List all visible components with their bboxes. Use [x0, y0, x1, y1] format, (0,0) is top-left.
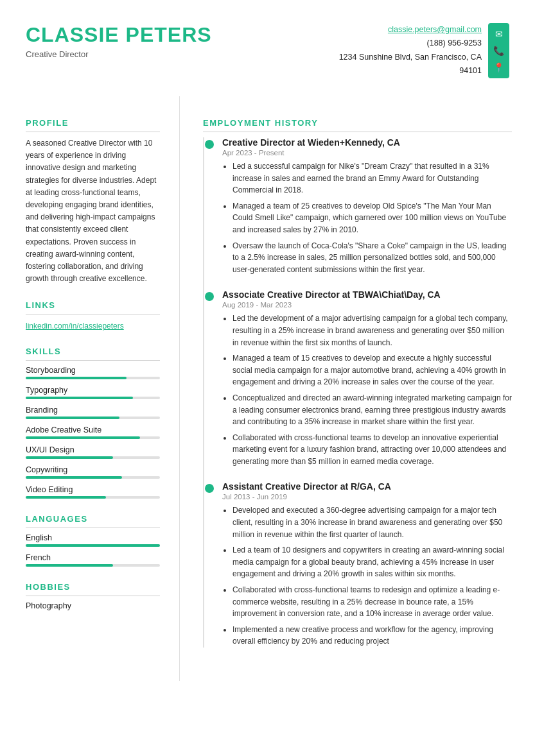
- skill-item: Typography: [26, 386, 160, 399]
- job-dot: [205, 140, 214, 149]
- job-bullet: Implemented a new creative process and w…: [232, 624, 512, 648]
- skill-bar-bg: [26, 476, 160, 479]
- languages-section: LANGUAGES English French: [26, 514, 160, 567]
- profile-title: PROFILE: [26, 118, 160, 132]
- job-bullet: Led a successful campaign for Nike's "Dr…: [232, 160, 512, 196]
- profile-text: A seasoned Creative Director with 10 yea…: [26, 137, 160, 285]
- language-bar-bg: [26, 544, 160, 547]
- links-section: LINKS linkedin.com/in/classiepeters: [26, 300, 160, 331]
- links-title: LINKS: [26, 300, 160, 314]
- skill-item: Storyboarding: [26, 366, 160, 379]
- candidate-title: Creative Director: [26, 49, 212, 59]
- hobby-item: Photography: [26, 601, 160, 610]
- employment-section: EMPLOYMENT HISTORY Creative Director at …: [180, 96, 535, 681]
- job-bullet: Developed and executed a 360-degree adve…: [232, 504, 512, 540]
- skill-bar-bg: [26, 496, 160, 499]
- address: 1234 Sunshine Blvd, San Francisco, CA: [339, 53, 482, 62]
- skill-bar-bg: [26, 417, 160, 419]
- hobbies-title: HOBBIES: [26, 582, 160, 596]
- job-bullet: Managed a team of 25 creatives to develo…: [232, 200, 512, 236]
- job-title: Associate Creative Director at TBWA\Chia…: [222, 289, 512, 300]
- hobbies-section: HOBBIES Photography: [26, 582, 160, 610]
- job-title: Assistant Creative Director at R/GA, CA: [222, 481, 512, 492]
- skills-title: SKILLS: [26, 347, 160, 361]
- language-item: English: [26, 533, 160, 547]
- contact-info: classie.peters@gmail.com (188) 956-9253 …: [339, 23, 482, 78]
- hobbies-list: Photography: [26, 601, 160, 610]
- languages-list: English French: [26, 533, 160, 567]
- job-bullet: Managed a team of 15 creatives to develo…: [232, 352, 512, 388]
- job-bullet: Collaborated with cross-functional teams…: [232, 432, 512, 468]
- job-bullets: Developed and executed a 360-degree adve…: [222, 504, 512, 648]
- job-bullet: Led the development of a major advertisi…: [232, 313, 512, 348]
- skill-name: Typography: [26, 386, 160, 395]
- skill-name: Video Editing: [26, 485, 160, 494]
- skill-item: Branding: [26, 406, 160, 419]
- main-content: PROFILE A seasoned Creative Director wit…: [0, 96, 535, 681]
- job-entry: Creative Director at Wieden+Kennedy, CAA…: [211, 137, 512, 275]
- skills-section: SKILLS Storyboarding Typography Branding…: [26, 347, 160, 499]
- language-bar-fill: [26, 544, 160, 547]
- language-item: French: [26, 553, 160, 567]
- skill-bar-fill: [26, 377, 127, 379]
- language-name: French: [26, 553, 160, 562]
- contact-icons: ✉ 📞 📍: [488, 23, 509, 78]
- skill-bar-fill: [26, 397, 133, 399]
- job-bullet: Led a team of 10 designers and copywrite…: [232, 544, 512, 580]
- header: CLASSIE PETERS Creative Director classie…: [0, 0, 535, 96]
- skill-item: UX/UI Design: [26, 445, 160, 459]
- employment-jobs: Creative Director at Wieden+Kennedy, CAA…: [203, 137, 512, 648]
- job-title: Creative Director at Wieden+Kennedy, CA: [222, 137, 512, 148]
- phone: (188) 956-9253: [427, 39, 482, 47]
- job-bullets: Led a successful campaign for Nike's "Dr…: [222, 160, 512, 275]
- header-right: classie.peters@gmail.com (188) 956-9253 …: [339, 23, 509, 78]
- sidebar: PROFILE A seasoned Creative Director wit…: [0, 96, 180, 681]
- skill-bar-bg: [26, 397, 160, 399]
- skill-item: Adobe Creative Suite: [26, 425, 160, 439]
- candidate-name: CLASSIE PETERS: [26, 23, 212, 47]
- skill-name: Adobe Creative Suite: [26, 425, 160, 434]
- profile-section: PROFILE A seasoned Creative Director wit…: [26, 118, 160, 285]
- skill-name: Branding: [26, 406, 160, 415]
- job-entry: Assistant Creative Director at R/GA, CAJ…: [211, 481, 512, 648]
- skill-bar-fill: [26, 417, 119, 419]
- job-bullets: Led the development of a major advertisi…: [222, 313, 512, 467]
- skill-name: UX/UI Design: [26, 445, 160, 454]
- job-dates: Aug 2019 - Mar 2023: [222, 301, 512, 309]
- skill-bar-bg: [26, 436, 160, 439]
- languages-title: LANGUAGES: [26, 514, 160, 528]
- language-bar-bg: [26, 564, 160, 567]
- skill-bar-fill: [26, 476, 122, 479]
- skill-name: Storyboarding: [26, 366, 160, 375]
- skill-bar-fill: [26, 456, 113, 459]
- language-name: English: [26, 533, 160, 542]
- skill-bar-bg: [26, 377, 160, 379]
- job-dates: Jul 2013 - Jun 2019: [222, 493, 512, 501]
- language-bar-fill: [26, 564, 113, 567]
- header-left: CLASSIE PETERS Creative Director: [26, 23, 212, 59]
- skill-bar-fill: [26, 436, 140, 439]
- linkedin-link[interactable]: linkedin.com/in/classiepeters: [26, 322, 124, 331]
- skill-item: Copywriting: [26, 465, 160, 479]
- phone-icon: 📞: [492, 42, 505, 59]
- skill-item: Video Editing: [26, 485, 160, 499]
- job-bullet: Collaborated with cross-functional teams…: [232, 584, 512, 620]
- skill-name: Copywriting: [26, 465, 160, 474]
- email-link[interactable]: classie.peters@gmail.com: [388, 25, 482, 34]
- job-entry: Associate Creative Director at TBWA\Chia…: [211, 289, 512, 467]
- skill-bar-fill: [26, 496, 106, 499]
- job-dates: Apr 2023 - Present: [222, 149, 512, 157]
- job-dot: [205, 292, 214, 301]
- employment-title: EMPLOYMENT HISTORY: [203, 118, 512, 132]
- job-bullet: Conceptualized and directed an award-win…: [232, 392, 512, 428]
- job-bullet: Oversaw the launch of Coca-Cola's "Share…: [232, 240, 512, 276]
- skills-list: Storyboarding Typography Branding Adobe …: [26, 366, 160, 499]
- zip: 94101: [459, 66, 482, 75]
- location-icon: 📍: [492, 59, 505, 76]
- email-icon: ✉: [492, 26, 505, 42]
- resume-page: CLASSIE PETERS Creative Director classie…: [0, 0, 535, 756]
- skill-bar-bg: [26, 456, 160, 459]
- job-dot: [205, 484, 214, 493]
